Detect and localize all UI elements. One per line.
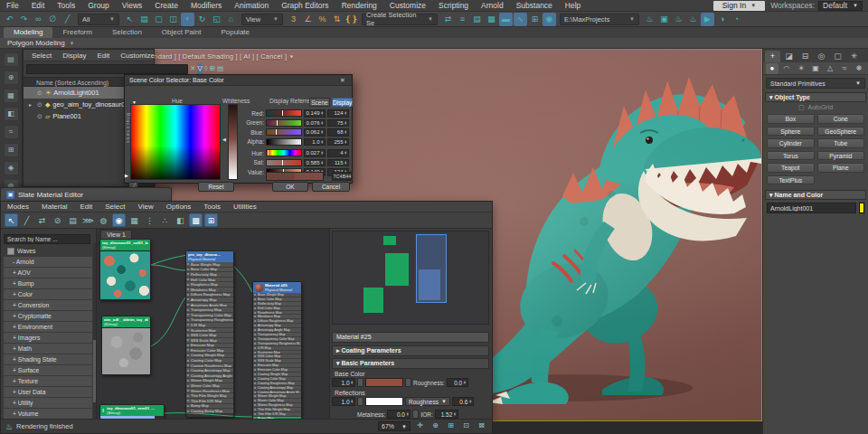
unlink-selection-icon[interactable]: ∅ [46, 13, 60, 26]
map-slot[interactable]: Coating Color Map [253, 377, 301, 381]
shapes-category-icon[interactable]: ◠ [780, 63, 793, 74]
browser-list-item[interactable]: + Shading State [4, 354, 92, 364]
hex-value-field[interactable]: 7C4B44 [332, 172, 353, 181]
map-slot[interactable]: Scattering Map [253, 351, 301, 354]
reflection-roughness-spinner[interactable]: 0.6▲▼ [452, 397, 474, 406]
browser-list-item[interactable]: + Math [4, 344, 92, 354]
map-slot[interactable]: Sheen Weight Map [186, 379, 233, 383]
base-weight-map-button[interactable] [357, 378, 363, 387]
primitive-button[interactable]: Box [767, 114, 815, 124]
dialog-title-bar[interactable]: Scene Color Selector: Base Color ✕ [125, 75, 352, 86]
delete-node-icon[interactable]: ⊘ [51, 213, 64, 227]
coating-parameters-rollout[interactable]: ▸ Coating Parameters [332, 345, 489, 356]
menu-item[interactable]: Views [116, 0, 149, 12]
browser-list-item[interactable]: + Bump [4, 278, 92, 288]
motion-tab-icon[interactable]: ◎ [814, 51, 829, 62]
layout-vertical-icon[interactable]: ◧ [174, 213, 187, 227]
bitmap-node-normal[interactable]: ‖ toy_dinosaur01_nrm01_... (Bitmap) [99, 404, 165, 420]
map-slot[interactable]: Reflectivity Map [186, 272, 233, 277]
map-slot[interactable]: Coating Weight Map [253, 373, 301, 376]
ribbon-panel-expand-icon[interactable]: ▼ [70, 41, 75, 46]
material-editor-menu-item[interactable]: View [132, 203, 160, 211]
explorer-wave-icon[interactable]: ≈ [4, 125, 19, 139]
scene-explorer-toggle-icon[interactable]: ▤ [470, 13, 484, 26]
map-slot[interactable]: Emission Map [253, 363, 301, 367]
base-color-map-button[interactable] [405, 378, 411, 387]
menu-item[interactable]: Create [148, 0, 184, 12]
zoom-view-icon[interactable]: ⊕ [429, 420, 441, 432]
render-gauge-icon[interactable]: ◔ [730, 13, 743, 26]
node-view[interactable]: View 1 toy_dinosaur01_col01_ba... (Bitma… [97, 229, 329, 420]
scene-explorer-menu-item[interactable]: Customize [116, 52, 159, 60]
browser-list-item[interactable]: + User Data [4, 387, 92, 397]
material-editor-menu-item[interactable]: Modes [1, 203, 35, 211]
channel-slider[interactable] [266, 128, 302, 136]
name-and-color-rollout[interactable]: ▾ Name and Color [765, 190, 866, 200]
menu-item[interactable]: Rendering [335, 0, 383, 12]
display-value-spinner[interactable]: 68▲▼ [327, 128, 349, 137]
map-slot[interactable]: Thin Film IOR Map [253, 412, 301, 416]
whiteness-slider[interactable] [228, 104, 238, 180]
browser-list-item[interactable]: + Imagers [4, 333, 92, 343]
map-slot[interactable]: Coating Weight Map [186, 354, 233, 358]
metalness-map-button[interactable] [412, 410, 419, 419]
cameras-category-icon[interactable]: ▣ [809, 63, 822, 74]
object-type-rollout[interactable]: ▾ Object Type [765, 92, 866, 102]
reflection-weight-map-button[interactable] [357, 397, 363, 406]
zoom-level-dropdown[interactable]: 67%▼ [378, 421, 410, 431]
bitmap-node-detail[interactable]: aim_adf__ddeim_toy_din... (Bitmap) [101, 316, 151, 375]
menu-item[interactable]: Customize [383, 0, 432, 12]
scene-value-spinner[interactable]: 0.062▲▼ [304, 128, 326, 137]
spinner-snap-icon[interactable]: ⇅ [330, 13, 344, 26]
zoom-extents-icon[interactable]: ⊡ [460, 420, 472, 432]
browser-list-item[interactable]: + Utility [4, 398, 92, 408]
map-slot[interactable]: Sheen Weight Map [253, 394, 301, 398]
primitive-category-dropdown[interactable]: Standard Primitives▼ [766, 78, 865, 89]
workspace-dropdown[interactable]: Default▼ [818, 1, 863, 11]
systems-category-icon[interactable]: ❋ [853, 63, 865, 74]
base-weight-spinner[interactable]: 1.0▲▼ [332, 378, 355, 387]
show-material-in-viewport-icon[interactable]: ◉ [112, 213, 126, 227]
material-editor-title-bar[interactable]: ▣ Slate Material Editor [0, 187, 172, 201]
menu-item[interactable]: Modifiers [184, 0, 228, 12]
autogrid-checkbox[interactable]: ▢ AutoGrid [763, 102, 868, 112]
map-slot[interactable]: Scattering Map [186, 328, 233, 333]
scene-value-spinner[interactable]: 0.149▲▼ [304, 109, 326, 118]
map-slot[interactable]: Coating Color Map [186, 358, 233, 363]
ribbon-tab[interactable]: Modeling [4, 27, 52, 38]
pan-view-icon[interactable]: ✛ [414, 420, 426, 432]
geometry-category-icon[interactable]: ● [766, 63, 778, 74]
lights-category-icon[interactable]: ☀ [795, 63, 807, 74]
map-slot[interactable]: Thin Film IOR Map [186, 399, 233, 403]
map-slot[interactable]: SSS Color Map [186, 333, 233, 337]
helpers-category-icon[interactable]: △ [824, 63, 836, 74]
channel-slider[interactable] [266, 149, 302, 156]
scene-value-spinner[interactable]: 0.076▲▼ [304, 119, 326, 127]
render-production-icon[interactable]: ♨ [672, 13, 685, 26]
browser-scrollbar[interactable] [93, 243, 96, 420]
browser-search-input[interactable] [4, 234, 90, 244]
curve-editor-icon[interactable]: ∿ [514, 13, 527, 26]
scene-value-spinner[interactable]: 0.585▲▼ [304, 159, 326, 167]
map-slot[interactable]: Refl Color Map [186, 278, 233, 282]
map-slot[interactable]: Transparency Map [186, 307, 233, 312]
menu-item[interactable]: Animation [228, 0, 275, 12]
select-object-icon[interactable]: ↖ [123, 13, 137, 26]
reference-coordinate-dropdown[interactable]: View▼ [241, 14, 283, 25]
display-column-button[interactable]: Display [332, 98, 353, 107]
map-slot[interactable]: Transparency Roughness M... [253, 342, 301, 345]
explorer-layers-icon[interactable]: ▦ [4, 89, 19, 103]
sign-in-dropdown-icon[interactable]: ▼ [750, 3, 756, 8]
channel-slider[interactable] [266, 109, 302, 117]
map-slot[interactable]: Base Color Map [186, 268, 233, 272]
reflection-weight-spinner[interactable]: 1.0▲▼ [332, 397, 355, 406]
menu-item[interactable]: Tools [51, 0, 81, 12]
show-background-icon[interactable]: ▦ [127, 213, 141, 227]
map-slot[interactable]: Sheen Roughness Map [253, 403, 301, 407]
material-editor-menu-item[interactable]: Tools [197, 203, 227, 211]
menu-item[interactable]: Help [559, 0, 587, 12]
map-slot[interactable]: Coating Anisotropy Map [186, 368, 233, 373]
browser-list-item[interactable]: + AOV [4, 268, 92, 278]
map-slot[interactable]: Transparency Roughness M... [186, 318, 233, 323]
map-slot[interactable]: Transparency Map [253, 333, 301, 336]
